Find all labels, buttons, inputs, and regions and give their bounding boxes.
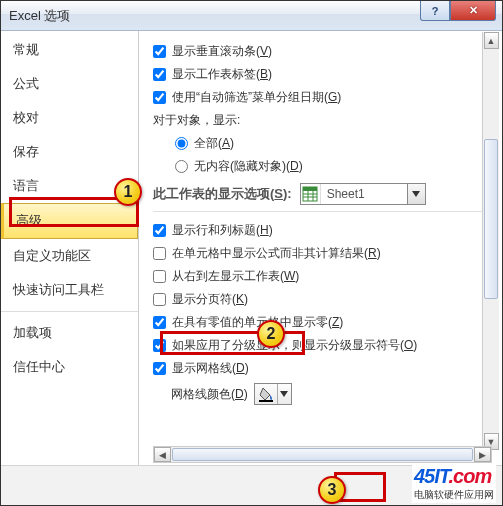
sidebar-item-proofing[interactable]: 校对: [1, 101, 138, 135]
sidebar-item-quick-access[interactable]: 快速访问工具栏: [1, 273, 138, 307]
sidebar-item-formulas[interactable]: 公式: [1, 67, 138, 101]
scrollbar-thumb[interactable]: [172, 448, 473, 461]
window-title: Excel 选项: [9, 7, 70, 25]
scroll-right-icon[interactable]: ▶: [474, 447, 491, 462]
label-sheet-tabs: 显示工作表标签(B): [172, 66, 272, 83]
sheet-selector[interactable]: Sheet1: [300, 183, 426, 205]
svg-rect-7: [259, 400, 273, 402]
sheet-selector-value: Sheet1: [321, 187, 407, 201]
annotation-callout-2: 2: [257, 320, 285, 348]
sidebar-item-advanced[interactable]: 高级: [1, 203, 138, 239]
checkbox-show-headers[interactable]: [153, 224, 166, 237]
checkbox-show-formulas[interactable]: [153, 247, 166, 260]
label-vertical-scrollbar: 显示垂直滚动条(V): [172, 43, 272, 60]
section-worksheet-display: 此工作表的显示选项(S): Sheet1: [153, 183, 488, 212]
radio-objects-all[interactable]: [175, 137, 188, 150]
label-outline-symbols: 如果应用了分级显示，则显示分级显示符号(O): [172, 337, 417, 354]
help-button[interactable]: ?: [420, 1, 450, 21]
gridline-color-picker[interactable]: [254, 383, 292, 405]
radio-objects-none[interactable]: [175, 160, 188, 173]
checkbox-show-zero[interactable]: [153, 316, 166, 329]
label-autofilter-date: 使用“自动筛选”菜单分组日期(G): [172, 89, 341, 106]
sidebar: 常规 公式 校对 保存 语言 高级 自定义功能区 快速访问工具栏 加载项 信任中…: [1, 31, 139, 468]
scrollbar-thumb[interactable]: [484, 139, 498, 299]
checkbox-vertical-scrollbar[interactable]: [153, 45, 166, 58]
svg-marker-6: [412, 191, 420, 197]
watermark-logo: 45IT.com 电脑软硬件应用网: [412, 464, 496, 503]
label-objects-none: 无内容(隐藏对象)(D): [194, 158, 303, 175]
worksheet-icon: [301, 184, 321, 204]
sidebar-divider: [1, 311, 138, 312]
paint-bucket-icon: [255, 384, 277, 404]
checkbox-show-gridlines[interactable]: [153, 362, 166, 375]
svg-marker-8: [280, 391, 288, 397]
checkbox-page-breaks[interactable]: [153, 293, 166, 306]
svg-rect-1: [303, 187, 317, 191]
checkbox-outline-symbols[interactable]: [153, 339, 166, 352]
horizontal-scrollbar[interactable]: ◀ ▶: [153, 446, 492, 463]
sidebar-item-trust-center[interactable]: 信任中心: [1, 350, 138, 384]
annotation-callout-1: 1: [114, 178, 142, 206]
objects-title: 对于对象，显示:: [153, 112, 240, 129]
content-panel: 显示垂直滚动条(V) 显示工作表标签(B) 使用“自动筛选”菜单分组日期(G) …: [139, 31, 502, 468]
label-show-headers: 显示行和列标题(H): [172, 222, 273, 239]
sidebar-item-general[interactable]: 常规: [1, 33, 138, 67]
chevron-down-icon[interactable]: [407, 184, 425, 204]
close-button[interactable]: ✕: [450, 1, 496, 21]
sidebar-item-customize-ribbon[interactable]: 自定义功能区: [1, 239, 138, 273]
label-gridline-color: 网格线颜色(D): [171, 386, 248, 403]
label-show-gridlines: 显示网格线(D): [172, 360, 249, 377]
chevron-down-icon[interactable]: [277, 384, 291, 404]
label-objects-all: 全部(A): [194, 135, 234, 152]
vertical-scrollbar[interactable]: ▲ ▼: [482, 32, 499, 450]
label-rtl: 从右到左显示工作表(W): [172, 268, 299, 285]
annotation-callout-3: 3: [318, 476, 346, 504]
label-page-breaks: 显示分页符(K): [172, 291, 248, 308]
checkbox-sheet-tabs[interactable]: [153, 68, 166, 81]
sidebar-item-save[interactable]: 保存: [1, 135, 138, 169]
scroll-up-icon[interactable]: ▲: [484, 32, 499, 49]
checkbox-rtl[interactable]: [153, 270, 166, 283]
label-show-formulas: 在单元格中显示公式而非其计算结果(R): [172, 245, 381, 262]
scroll-left-icon[interactable]: ◀: [154, 447, 171, 462]
titlebar: Excel 选项 ? ✕: [1, 1, 502, 31]
checkbox-autofilter-date[interactable]: [153, 91, 166, 104]
sidebar-item-addins[interactable]: 加载项: [1, 316, 138, 350]
